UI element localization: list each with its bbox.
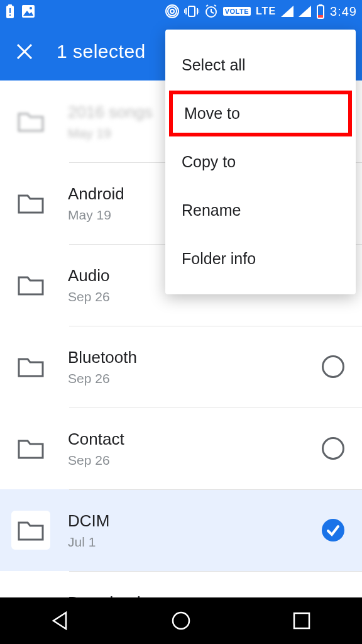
list-item[interactable]: BluetoothSep 26 bbox=[0, 326, 362, 408]
svg-line-18 bbox=[206, 5, 208, 6]
system-nav-bar bbox=[0, 597, 362, 644]
menu-select-all[interactable]: Select all bbox=[165, 41, 356, 89]
folder-icon bbox=[11, 265, 50, 304]
svg-rect-23 bbox=[319, 4, 322, 6]
list-item-texts: BluetoothSep 26 bbox=[68, 348, 322, 386]
svg-marker-27 bbox=[53, 613, 66, 629]
status-bar: VOLTE LTE 3:49 bbox=[0, 0, 362, 23]
list-item-texts: ContactSep 26 bbox=[68, 430, 322, 468]
svg-marker-20 bbox=[281, 6, 293, 17]
signal-icon-1 bbox=[281, 6, 293, 17]
svg-point-6 bbox=[30, 7, 32, 9]
select-radio[interactable] bbox=[322, 437, 344, 460]
status-clock: 3:49 bbox=[330, 4, 357, 19]
vibrate-icon bbox=[184, 5, 199, 18]
nav-home-button[interactable] bbox=[162, 602, 200, 640]
check-circle-icon[interactable] bbox=[322, 519, 344, 541]
context-menu: Select all Move to Copy to Rename Folder… bbox=[165, 30, 356, 294]
battery-alert-icon bbox=[5, 4, 15, 19]
svg-point-28 bbox=[173, 613, 189, 629]
battery-low-icon bbox=[316, 4, 325, 19]
folder-icon bbox=[11, 347, 50, 386]
menu-copy-to[interactable]: Copy to bbox=[165, 138, 356, 186]
close-selection-button[interactable] bbox=[9, 36, 40, 67]
svg-marker-21 bbox=[299, 6, 311, 17]
nav-back-button[interactable] bbox=[41, 602, 79, 640]
svg-point-8 bbox=[168, 7, 177, 16]
svg-rect-29 bbox=[294, 613, 309, 628]
folder-date: Jul 1 bbox=[68, 535, 322, 550]
picture-icon bbox=[21, 4, 35, 18]
volte-badge: VOLTE bbox=[223, 7, 251, 16]
svg-line-17 bbox=[211, 12, 214, 13]
status-left bbox=[5, 4, 35, 19]
list-item[interactable]: DCIMJul 1 bbox=[0, 489, 362, 571]
hotspot-icon bbox=[165, 4, 179, 18]
svg-rect-3 bbox=[9, 14, 11, 16]
folder-icon bbox=[11, 102, 50, 141]
selection-count-title: 1 selected bbox=[57, 41, 146, 62]
folder-name: DCIM bbox=[68, 511, 322, 531]
folder-icon bbox=[11, 429, 50, 468]
folder-date: Sep 26 bbox=[68, 371, 322, 386]
lte-label: LTE bbox=[256, 6, 276, 17]
menu-folder-info[interactable]: Folder info bbox=[165, 235, 356, 283]
svg-line-19 bbox=[214, 5, 216, 6]
list-item[interactable]: ContactSep 26 bbox=[0, 408, 362, 489]
alarm-icon bbox=[204, 4, 218, 18]
select-radio[interactable] bbox=[322, 355, 344, 378]
svg-rect-24 bbox=[318, 15, 323, 18]
folder-name: Contact bbox=[68, 430, 322, 449]
signal-icon-2 bbox=[299, 6, 311, 17]
nav-recents-button[interactable] bbox=[283, 602, 321, 640]
folder-icon bbox=[11, 511, 50, 550]
screen: { "statusbar": { "clock": "3:49", "lte_l… bbox=[0, 0, 362, 644]
svg-point-7 bbox=[170, 9, 174, 13]
menu-rename[interactable]: Rename bbox=[165, 186, 356, 235]
folder-icon bbox=[11, 184, 50, 223]
folder-name: Bluetooth bbox=[68, 348, 322, 367]
folder-date: Sep 26 bbox=[68, 453, 322, 468]
list-item-texts: DCIMJul 1 bbox=[68, 511, 322, 550]
svg-rect-10 bbox=[189, 6, 195, 16]
status-right: VOLTE LTE 3:49 bbox=[165, 4, 357, 19]
svg-rect-1 bbox=[8, 4, 12, 6]
svg-rect-2 bbox=[9, 8, 11, 13]
menu-move-to[interactable]: Move to bbox=[168, 89, 353, 138]
